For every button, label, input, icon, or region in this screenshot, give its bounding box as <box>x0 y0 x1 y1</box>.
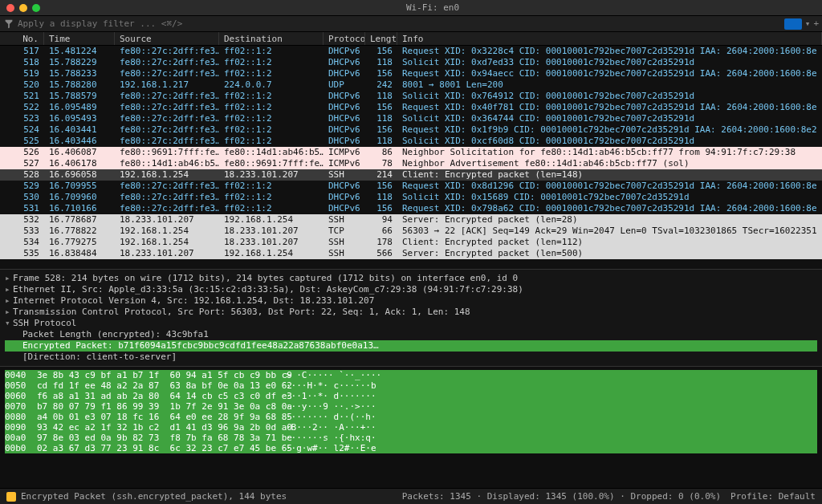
cell-time: 16.095493 <box>44 113 115 124</box>
packet-row[interactable]: 52716.406178fe80::14d1:ab46:b5…fe80::969… <box>0 158 822 169</box>
hex-row[interactable]: 0070b7 80 07 79 f1 86 99 39 1b 7f 2e 91 … <box>5 401 817 412</box>
cell-time: 15.788233 <box>44 68 115 79</box>
packet-row[interactable]: 53016.709960fe80::27c:2dff:fe3…ff02::1:2… <box>0 192 822 203</box>
hex-row[interactable]: 0050cd fd 1f ee 48 a2 2a 87 63 8a bf 0e … <box>5 380 817 391</box>
hex-ascii: ·······s ·{·hx:q· <box>286 433 817 443</box>
packet-row[interactable]: 52616.406087fe80::9691:7fff:fe…fe80::14d… <box>0 147 822 158</box>
cell-info: Solicit XID: 0x364744 CID: 00010001c792b… <box>397 113 822 124</box>
cell-dst: 18.233.101.207 <box>219 169 324 181</box>
cell-no: 528 <box>0 169 44 181</box>
detail-direction[interactable]: [Direction: client-to-server] <box>5 352 817 363</box>
cell-dst: ff02::1:2 <box>219 203 324 214</box>
detail-ip[interactable]: ▸Internet Protocol Version 4, Src: 192.1… <box>5 295 817 307</box>
hex-ascii: > ·C····· `··_···· <box>286 370 817 380</box>
dropdown-icon[interactable]: ▾ <box>805 18 811 29</box>
col-destination[interactable]: Destination <box>219 32 324 45</box>
window-titlebar: Wi-Fi: en0 <box>0 0 822 16</box>
hex-row[interactable]: 0060f6 a8 a1 31 ad ab 2a 80 64 14 cb c5 … <box>5 391 817 401</box>
col-time[interactable]: Time <box>44 32 115 45</box>
add-filter-icon[interactable]: + <box>813 18 819 29</box>
maximize-icon[interactable] <box>32 4 40 12</box>
cell-no: 521 <box>0 91 44 102</box>
col-no[interactable]: No. <box>0 32 44 45</box>
cell-src: fe80::27c:2dff:fe3… <box>115 102 219 113</box>
cell-time: 15.481224 <box>44 46 115 57</box>
hex-bytes: 97 8e 03 ed 0a 9b 82 73 f8 7b fa 68 78 3… <box>37 433 286 443</box>
cell-info: Solicit XID: 0x764912 CID: 00010001c792b… <box>397 91 822 102</box>
cell-len: 566 <box>365 248 397 259</box>
cell-src: 18.233.101.207 <box>115 248 219 259</box>
cell-info: Solicit XID: 0xd7ed33 CID: 00010001c792b… <box>397 57 822 68</box>
cell-len: 118 <box>365 192 397 203</box>
hex-row[interactable]: 009093 42 ec a2 1f 32 1b c2 d1 41 d3 96 … <box>5 422 817 433</box>
cell-time: 15.788229 <box>44 57 115 68</box>
expert-info-icon[interactable] <box>6 492 16 502</box>
packet-row[interactable]: 52216.095489fe80::27c:2dff:fe3…ff02::1:2… <box>0 102 822 113</box>
packet-list[interactable]: 51715.481224fe80::27c:2dff:fe3…ff02::1:2… <box>0 46 822 269</box>
detail-ssh[interactable]: ▾SSH Protocol <box>5 318 817 329</box>
expression-button[interactable] <box>784 18 802 30</box>
packet-bytes-pane[interactable]: 00403e 8b 43 c9 bf a1 b7 1f 60 94 a1 5f … <box>0 366 822 488</box>
packet-row[interactable]: 52316.095493fe80::27c:2dff:fe3…ff02::1:2… <box>0 113 822 124</box>
packet-row[interactable]: 53416.779275192.168.1.25418.233.101.207S… <box>0 237 822 248</box>
packet-row[interactable]: 51915.788233fe80::27c:2dff:fe3…ff02::1:2… <box>0 68 822 79</box>
cell-len: 118 <box>365 57 397 68</box>
packet-row[interactable]: 52516.403446fe80::27c:2dff:fe3…ff02::1:2… <box>0 136 822 147</box>
cell-dst: ff02::1:2 <box>219 46 324 57</box>
cell-dst: ff02::1:2 <box>219 124 324 136</box>
detail-ethernet[interactable]: ▸Ethernet II, Src: Apple_d3:33:5a (3c:15… <box>5 284 817 295</box>
cell-len: 156 <box>365 46 397 57</box>
packet-row[interactable]: 53316.778822192.168.1.25418.233.101.207T… <box>0 226 822 237</box>
col-source[interactable]: Source <box>115 32 219 45</box>
packet-row[interactable]: 53116.710166fe80::27c:2dff:fe3…ff02::1:2… <box>0 203 822 214</box>
cell-dst: ff02::1:2 <box>219 181 324 192</box>
display-filter-input[interactable] <box>18 18 781 29</box>
close-icon[interactable] <box>6 4 14 12</box>
detail-frame[interactable]: ▸Frame 528: 214 bytes on wire (1712 bits… <box>5 273 817 284</box>
detail-encrypted-packet[interactable]: Encrypted Packet: b71f6094a15fcbc9bbc9cd… <box>5 340 817 352</box>
hex-bytes: b7 80 07 79 f1 86 99 39 1b 7f 2e 91 3e 0… <box>37 401 286 412</box>
cell-info: Request XID: 0x8d1296 CID: 00010001c792b… <box>397 181 822 192</box>
cell-len: 242 <box>365 79 397 91</box>
hex-offset: 0080 <box>5 412 37 422</box>
packet-row[interactable]: 52916.709955fe80::27c:2dff:fe3…ff02::1:2… <box>0 181 822 192</box>
detail-tcp[interactable]: ▸Transmission Control Protocol, Src Port… <box>5 307 817 318</box>
cell-no: 529 <box>0 181 44 192</box>
hex-row[interactable]: 00a097 8e 03 ed 0a 9b 82 73 f8 7b fa 68 … <box>5 433 817 443</box>
hex-row[interactable]: 00403e 8b 43 c9 bf a1 b7 1f 60 94 a1 5f … <box>5 370 817 380</box>
packet-row[interactable]: 52416.403441fe80::27c:2dff:fe3…ff02::1:2… <box>0 124 822 136</box>
cell-dst: 18.233.101.207 <box>219 226 324 237</box>
cell-info: Neighbor Advertisement fe80::14d1:ab46:b… <box>397 158 822 169</box>
cell-len: 156 <box>365 181 397 192</box>
hex-bytes: 02 a3 67 d3 77 23 91 8c 6c 32 23 c7 e7 4… <box>37 443 286 453</box>
packet-row[interactable]: 52115.788579fe80::27c:2dff:fe3…ff02::1:2… <box>0 91 822 102</box>
packet-row[interactable]: 53216.77868718.233.101.207192.168.1.254S… <box>0 214 822 226</box>
cell-proto: DHCPv6 <box>324 192 365 203</box>
packet-row[interactable]: 52816.696058192.168.1.25418.233.101.207S… <box>0 169 822 181</box>
cell-time: 16.710166 <box>44 203 115 214</box>
packet-row[interactable]: 53516.83848418.233.101.207192.168.1.254S… <box>0 248 822 259</box>
cell-len: 118 <box>365 91 397 102</box>
cell-no: 533 <box>0 226 44 237</box>
cell-info: 56303 → 22 [ACK] Seq=149 Ack=29 Win=2047… <box>397 226 822 237</box>
col-protocol[interactable]: Protocol <box>324 32 365 45</box>
cell-info: Request XID: 0x94aecc CID: 00010001c792b… <box>397 68 822 79</box>
col-length[interactable]: Length <box>365 32 397 45</box>
cell-len: 118 <box>365 136 397 147</box>
cell-no: 519 <box>0 68 44 79</box>
hex-row[interactable]: 00b002 a3 67 d3 77 23 91 8c 6c 32 23 c7 … <box>5 443 817 453</box>
hex-ascii: ···y···9 ··.·>··· <box>286 401 817 412</box>
cell-proto: SSH <box>324 237 365 248</box>
packet-details-pane[interactable]: ▸Frame 528: 214 bytes on wire (1712 bits… <box>0 269 822 366</box>
packet-row[interactable]: 51815.788229fe80::27c:2dff:fe3…ff02::1:2… <box>0 57 822 68</box>
hex-row[interactable]: 0080a4 0b 01 e3 07 18 fc 16 64 e0 ee 28 … <box>5 412 817 422</box>
minimize-icon[interactable] <box>19 4 27 12</box>
cell-len: 156 <box>365 203 397 214</box>
status-profile[interactable]: Profile: Default <box>730 491 816 502</box>
detail-packet-length[interactable]: Packet Length (encrypted): 43c9bfa1 <box>5 329 817 340</box>
packet-row[interactable]: 51715.481224fe80::27c:2dff:fe3…ff02::1:2… <box>0 46 822 57</box>
cell-src: fe80::27c:2dff:fe3… <box>115 192 219 203</box>
packet-row[interactable]: 52015.788280192.168.1.217224.0.0.7UDP242… <box>0 79 822 91</box>
bookmark-filter-icon[interactable] <box>3 18 14 30</box>
col-info[interactable]: Info <box>397 32 822 45</box>
